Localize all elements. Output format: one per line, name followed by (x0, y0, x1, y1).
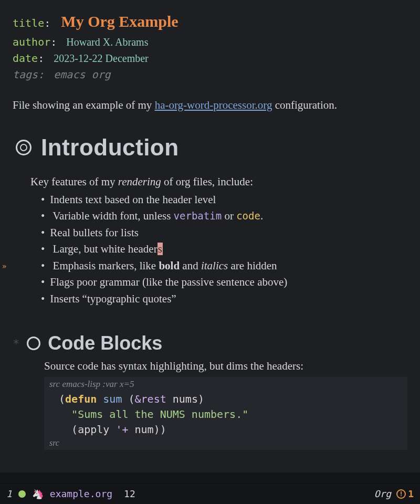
warning-icon: ! (396, 489, 406, 499)
meta-date-key: date (13, 52, 38, 65)
list-item: Real bullets for lists (41, 225, 407, 242)
modeline-warnings[interactable]: ! 1 (396, 488, 414, 499)
source-block-header: src emacs-lisp :var x=5 (49, 379, 402, 390)
code-blocks-body: Source code has syntax highlighting, but… (13, 360, 407, 450)
meta-title-line: title: My Org Example (13, 9, 407, 34)
meta-title-key: title (13, 17, 44, 29)
meta-author-value: Howard X. Abrams (66, 36, 148, 48)
list-item: Indents text based on the header level (41, 192, 407, 208)
heading-introduction-row[interactable]: Introduction (13, 134, 407, 161)
source-block-footer: src (49, 438, 402, 448)
mode-icon: 🦄 (32, 488, 44, 499)
config-link[interactable]: ha-org-word-processor.org (155, 99, 272, 111)
text-cursor: s (158, 243, 163, 255)
introduction-lead: Key features of my rendering of org file… (30, 175, 407, 188)
modeline-major-mode[interactable]: Org (374, 488, 392, 499)
modified-indicator-icon (18, 490, 26, 498)
meta-tags-key: tags (13, 68, 38, 81)
collapsed-star-icon: * (13, 337, 19, 350)
meta-date-line: date: 2023-12-22 December (13, 50, 407, 67)
heading-code-blocks-row[interactable]: * Code Blocks (13, 332, 407, 354)
heading-code-blocks: Code Blocks (48, 332, 162, 354)
intro-paragraph: File showing an example of my ha-org-wor… (13, 98, 407, 112)
modeline-line-number: 12 (124, 488, 135, 499)
source-code: (defun sum (&rest nums) "Sums all the NU… (59, 392, 402, 437)
modeline-warn-count: 1 (408, 488, 414, 499)
meta-author-key: author (13, 36, 50, 48)
heading-bullet-icon (27, 337, 40, 350)
code-blocks-lead: Source code has syntax highlighting, but… (44, 360, 407, 373)
verbatim-text: verbatim (174, 210, 222, 222)
source-block[interactable]: src emacs-lisp :var x=5 (defun sum (&res… (44, 377, 407, 450)
meta-tags-line: tags: emacs org (13, 67, 407, 83)
introduction-body: Key features of my rendering of org file… (13, 175, 407, 308)
document-title: My Org Example (61, 13, 178, 30)
modeline[interactable]: 1 🦄 example.org 12 Org ! 1 (0, 483, 420, 504)
list-item: Inserts “typographic quotes” (41, 291, 407, 308)
inline-code: code (236, 210, 260, 222)
meta-tags-value: emacs org (54, 68, 110, 81)
heading-bullet-icon (16, 140, 32, 155)
meta-author-line: author: Howard X. Abrams (13, 34, 407, 50)
modeline-filename[interactable]: example.org (50, 488, 112, 499)
minibuffer[interactable] (0, 472, 420, 483)
meta-date-value: 2023-12-22 December (54, 52, 149, 64)
fringe-indicator-icon: » (2, 261, 6, 272)
feature-list: Indents text based on the header level V… (30, 192, 407, 308)
list-item: » Emphasis markers, like bold and italic… (41, 258, 407, 275)
modeline-window-number: 1 (6, 488, 12, 499)
heading-introduction: Introduction (41, 134, 179, 161)
list-item: Large, but white headers (41, 241, 407, 258)
editor-buffer[interactable]: title: My Org Example author: Howard X. … (0, 0, 420, 472)
list-item: Variable width font, unless verbatim or … (41, 208, 407, 225)
list-item: Flags poor grammar (like the passive sen… (41, 274, 407, 291)
